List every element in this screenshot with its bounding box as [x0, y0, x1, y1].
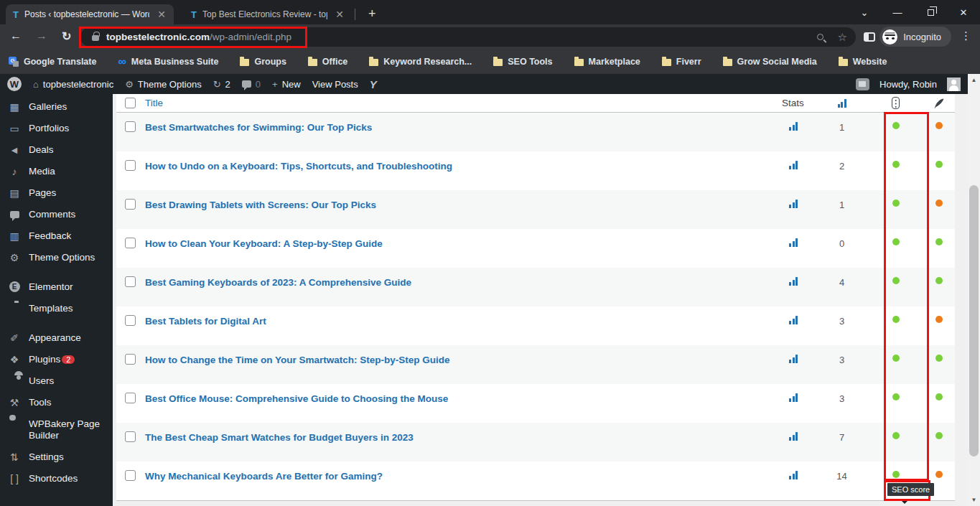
- tooltip-pointer: [902, 501, 907, 506]
- reload-button[interactable]: ↻: [62, 29, 71, 43]
- vertical-scrollbar[interactable]: ▲ ▼: [968, 74, 980, 506]
- address-bar[interactable]: topbestelectronic.com/wp-admin/edit.php …: [80, 27, 856, 47]
- comments-menu[interactable]: 0: [242, 79, 261, 90]
- stats-cell[interactable]: [772, 306, 815, 345]
- row-checkbox[interactable]: [125, 160, 136, 171]
- forward-button[interactable]: →: [36, 29, 47, 42]
- sidebar-item-templates[interactable]: Templates: [0, 298, 113, 319]
- post-title-link[interactable]: Best Drawing Tablets with Screens: Our T…: [145, 190, 772, 229]
- bookmark-item[interactable]: Office: [308, 57, 347, 67]
- sidebar-item-elementor[interactable]: E Elementor: [0, 276, 113, 298]
- post-title-link[interactable]: How to Undo on a Keyboard: Tips, Shortcu…: [145, 151, 772, 190]
- stats-cell[interactable]: [772, 151, 815, 190]
- chat-icon[interactable]: [856, 78, 869, 90]
- stats-cell[interactable]: [772, 229, 815, 268]
- row-checkbox[interactable]: [125, 470, 136, 481]
- comments-icon: [7, 209, 22, 218]
- post-title-link[interactable]: How to Clean Your Keyboard: A Step-by-St…: [145, 229, 772, 268]
- stats-cell[interactable]: [772, 113, 815, 151]
- wp-logo-menu[interactable]: W: [7, 77, 22, 91]
- bookmark-item[interactable]: Website: [839, 57, 887, 67]
- sidebar-item-wpbakery-page-builder[interactable]: WPBakery Page Builder: [0, 413, 113, 446]
- new-tab-button[interactable]: +: [363, 6, 382, 22]
- theme-options-menu[interactable]: ⚙Theme Options: [125, 79, 202, 90]
- stats-cell[interactable]: [772, 384, 815, 423]
- site-name-menu[interactable]: ⌂topbestelectronic: [33, 79, 113, 90]
- side-panel-icon[interactable]: [864, 32, 875, 42]
- bookmark-item[interactable]: Marketplace: [574, 57, 640, 67]
- sidebar-item-galleries[interactable]: ▦ Galleries: [0, 96, 113, 118]
- tab-search-chevron-icon[interactable]: ⌄: [848, 7, 881, 18]
- close-tab-icon[interactable]: ✕: [333, 9, 346, 20]
- scroll-up-arrow-icon[interactable]: ▲: [968, 74, 980, 86]
- tab-site-preview[interactable]: T Top Best Electronics Review - top ✕: [184, 4, 352, 24]
- updates-menu[interactable]: ↻2: [213, 79, 230, 90]
- post-title-link[interactable]: How to Change the Time on Your Smartwatc…: [145, 345, 772, 384]
- column-header-seo[interactable]: [869, 97, 923, 109]
- yoast-menu[interactable]: Y: [370, 78, 377, 90]
- column-header-readability[interactable]: [923, 98, 955, 109]
- stats-cell[interactable]: [772, 423, 815, 462]
- avatar[interactable]: [947, 78, 961, 91]
- stats-cell[interactable]: [772, 190, 815, 229]
- close-window-button[interactable]: ✕: [947, 7, 980, 18]
- bar-chart-icon: [789, 161, 798, 169]
- bookmark-item[interactable]: Keyword Research...: [369, 57, 472, 67]
- sidebar-item-portfolios[interactable]: ▭ Portfolios: [0, 118, 113, 139]
- sidebar-item-media[interactable]: ♪ Media: [0, 161, 113, 182]
- post-title-link[interactable]: Why Mechanical Keyboards Are Better for …: [145, 462, 772, 500]
- minimize-button[interactable]: —: [881, 7, 914, 18]
- column-header-stats[interactable]: Stats: [772, 98, 815, 108]
- column-header-views[interactable]: [815, 99, 869, 108]
- row-checkbox[interactable]: [125, 431, 136, 442]
- sidebar-item-plugins[interactable]: ❖ Plugins2: [0, 349, 113, 370]
- row-checkbox[interactable]: [125, 121, 136, 132]
- close-tab-icon[interactable]: ✕: [155, 9, 168, 20]
- row-checkbox[interactable]: [125, 354, 136, 365]
- sidebar-item-tools[interactable]: ⚒ Tools: [0, 392, 113, 413]
- scrollbar-thumb[interactable]: [969, 185, 979, 456]
- stats-cell[interactable]: [772, 268, 815, 306]
- bookmark-item[interactable]: SEO Tools: [493, 57, 552, 67]
- row-checkbox[interactable]: [125, 393, 136, 403]
- row-checkbox[interactable]: [125, 238, 136, 248]
- row-checkbox[interactable]: [125, 315, 136, 326]
- post-title-link[interactable]: Best Office Mouse: Comprehensive Guide t…: [145, 384, 772, 423]
- tab-posts[interactable]: T Posts ‹ topbestelectronic — Word ✕: [6, 4, 174, 24]
- sidebar-item-settings[interactable]: ⇅ Settings: [0, 446, 113, 468]
- bookmark-item[interactable]: Grow Social Media: [723, 57, 817, 67]
- lock-icon[interactable]: [92, 35, 99, 41]
- new-content-menu[interactable]: +New: [272, 79, 301, 90]
- column-header-title[interactable]: Title: [145, 98, 772, 108]
- seo-score-cell: [869, 229, 923, 268]
- sidebar-item-appearance[interactable]: ✐ Appearance: [0, 327, 113, 349]
- sidebar-item-theme-options[interactable]: ⚙ Theme Options: [0, 247, 113, 268]
- view-posts-menu[interactable]: View Posts: [312, 79, 358, 90]
- bookmark-item[interactable]: Google Translate: [9, 57, 96, 67]
- bookmark-item[interactable]: ∞ Meta Business Suite: [118, 57, 218, 67]
- bookmark-item[interactable]: Fiverr: [662, 57, 701, 67]
- row-checkbox[interactable]: [125, 199, 136, 210]
- sidebar-item-deals[interactable]: ◄ Deals: [0, 139, 113, 161]
- post-title-link[interactable]: Best Gaming Keyboards of 2023: A Compreh…: [145, 268, 772, 306]
- select-all-checkbox[interactable]: [125, 98, 136, 108]
- scroll-down-arrow-icon[interactable]: ▼: [968, 494, 980, 506]
- sidebar-item-comments[interactable]: Comments: [0, 204, 113, 225]
- sidebar-item-shortcodes[interactable]: [ ] Shortcodes: [0, 468, 113, 489]
- browser-menu-icon[interactable]: ⋮: [961, 29, 971, 42]
- sidebar-item-feedback[interactable]: ▥ Feedback: [0, 225, 113, 247]
- sidebar-item-users[interactable]: Users: [0, 370, 113, 392]
- zoom-icon[interactable]: [817, 34, 823, 40]
- stats-cell[interactable]: [772, 462, 815, 500]
- post-title-link[interactable]: Best Tablets for Digital Art: [145, 306, 772, 345]
- restore-button[interactable]: [914, 7, 947, 18]
- bookmark-item[interactable]: Groups: [240, 57, 286, 67]
- sidebar-item-pages[interactable]: ▤ Pages: [0, 182, 113, 204]
- row-checkbox[interactable]: [125, 276, 136, 287]
- post-title-link[interactable]: Best Smartwatches for Swimming: Our Top …: [145, 113, 772, 151]
- post-title-link[interactable]: The Best Cheap Smart Watches for Budget …: [145, 423, 772, 462]
- back-button[interactable]: ←: [10, 29, 22, 42]
- stats-cell[interactable]: [772, 345, 815, 384]
- bookmark-star-icon[interactable]: ☆: [838, 31, 847, 44]
- howdy-account-menu[interactable]: Howdy, Robin: [879, 79, 937, 90]
